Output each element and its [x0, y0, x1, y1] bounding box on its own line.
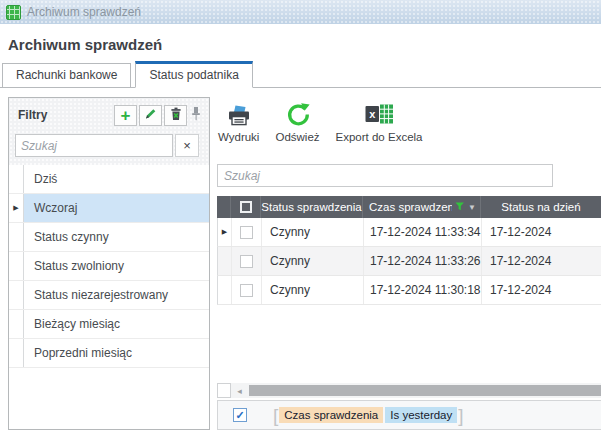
- filter-item-wczoraj[interactable]: ▶ Wczoraj: [9, 194, 209, 223]
- scroll-left-icon: ◂: [237, 386, 242, 396]
- filter-expression: [ Czas sprawdzenia Is yesterday ]: [273, 406, 464, 425]
- filter-enabled-checkbox[interactable]: ✓: [233, 408, 247, 422]
- filters-panel-header-area: Filtry + ×: [9, 98, 209, 165]
- scrollbar-corner: [217, 383, 231, 398]
- filter-chip-value[interactable]: Is yesterday: [385, 407, 457, 423]
- column-dropdown-icon[interactable]: ▼: [468, 203, 476, 212]
- row-checkbox[interactable]: [240, 284, 253, 297]
- row-checkbox[interactable]: [240, 255, 253, 268]
- filter-item-biezacy-miesiac[interactable]: Bieżący miesiąc: [9, 310, 209, 339]
- row-indicator-cell: [9, 252, 24, 280]
- grid-search-input[interactable]: [217, 164, 553, 187]
- row-indicator-cell: [9, 339, 24, 367]
- excel-icon: x: [365, 101, 394, 128]
- export-excel-button[interactable]: x Export do Excela: [336, 101, 423, 143]
- filter-funnel-icon[interactable]: [455, 201, 465, 213]
- table-row[interactable]: ▶ Czynny 17-12-2024 11:33:34 17-12-2024: [217, 218, 601, 247]
- page-title: Archiwum sprawdzeń: [8, 36, 162, 53]
- bracket-close: ]: [458, 406, 463, 425]
- filter-item-status-niezarejestrowany[interactable]: Status niezarejestrowany: [9, 281, 209, 310]
- pin-icon: [189, 106, 203, 125]
- trash-icon: [168, 106, 184, 125]
- bracket-open: [: [273, 406, 278, 425]
- table-row[interactable]: Czynny 17-12-2024 11:30:18 17-12-2024: [217, 276, 601, 305]
- titlebar: Archiwum sprawdzeń: [0, 0, 601, 24]
- row-indicator-cell: [9, 310, 24, 338]
- column-header-czas-sprawdzenia[interactable]: Czas sprawdzen... ▼: [363, 196, 481, 218]
- grid-header-row: Status sprawdzenia Czas sprawdzen... ▼ S…: [217, 196, 601, 218]
- scroll-left-button[interactable]: ◂: [231, 383, 248, 398]
- horizontal-scrollbar: ◂: [217, 383, 601, 398]
- grid-header-indicator-cell: [217, 196, 231, 218]
- tab-rachunki-bankowe[interactable]: Rachunki bankowe: [2, 63, 131, 88]
- pin-panel-button[interactable]: [187, 106, 205, 125]
- svg-text:x: x: [369, 108, 376, 120]
- printer-icon: [225, 101, 253, 128]
- cell-status: Czynny: [262, 218, 364, 246]
- filter-item-poprzedni-miesiac[interactable]: Poprzedni miesiąc: [9, 339, 209, 368]
- filter-chip-field[interactable]: Czas sprawdzenia: [279, 407, 383, 423]
- toolbar: Wydruki Odśwież x Export do Excela: [218, 101, 422, 143]
- pencil-icon: [143, 106, 158, 124]
- app-window: Archiwum sprawdzeń Archiwum sprawdzeń Ra…: [0, 0, 601, 434]
- refresh-button[interactable]: Odśwież: [275, 101, 319, 143]
- column-header-status-na-dzien[interactable]: Status na dzień: [481, 196, 601, 218]
- data-grid: Status sprawdzenia Czas sprawdzen... ▼ S…: [217, 196, 601, 305]
- tab-strip: Rachunki bankowe Status podatnika: [0, 61, 601, 88]
- window-title: Archiwum sprawdzeń: [27, 5, 141, 19]
- row-indicator-cell: [218, 247, 232, 275]
- cell-status: Czynny: [262, 276, 364, 304]
- app-icon: [6, 5, 21, 20]
- column-header-status-sprawdzenia[interactable]: Status sprawdzenia: [261, 196, 363, 218]
- refresh-button-label: Odśwież: [275, 131, 319, 143]
- close-icon: ×: [183, 138, 191, 153]
- filter-item-status-zwolniony[interactable]: Status zwolniony: [9, 252, 209, 281]
- grid-header-checkbox-cell: [231, 196, 261, 218]
- cell-czas: 17-12-2024 11:30:18: [364, 276, 482, 304]
- filters-search-input[interactable]: [15, 134, 173, 157]
- row-indicator-cell: ▶: [218, 218, 232, 246]
- tab-status-podatnika[interactable]: Status podatnika: [135, 61, 252, 88]
- cell-status: Czynny: [262, 247, 364, 275]
- row-checkbox[interactable]: [240, 226, 253, 239]
- row-arrow-icon: ▶: [222, 228, 227, 236]
- filters-search-clear-button[interactable]: ×: [175, 134, 199, 157]
- add-filter-button[interactable]: +: [114, 105, 137, 126]
- cell-na-dzien: 17-12-2024: [482, 276, 601, 304]
- export-excel-button-label: Export do Excela: [336, 131, 423, 143]
- edit-filter-button[interactable]: [139, 105, 162, 126]
- filters-panel-title: Filtry: [18, 108, 47, 122]
- print-button[interactable]: Wydruki: [218, 101, 259, 143]
- cell-czas: 17-12-2024 11:33:34: [364, 218, 482, 246]
- delete-filter-button[interactable]: [164, 105, 187, 126]
- cell-na-dzien: 17-12-2024: [482, 218, 601, 246]
- filter-item-status-czynny[interactable]: Status czynny: [9, 223, 209, 252]
- scrollbar-track[interactable]: [248, 383, 601, 398]
- row-arrow-icon: ▶: [13, 204, 18, 212]
- cell-czas: 17-12-2024 11:33:26: [364, 247, 482, 275]
- plus-icon: +: [121, 108, 131, 123]
- row-indicator-cell: [218, 276, 232, 304]
- row-indicator-cell: ▶: [9, 194, 24, 222]
- row-indicator-cell: [9, 281, 24, 309]
- filter-expression-bar: ✓ [ Czas sprawdzenia Is yesterday ]: [217, 400, 601, 430]
- check-icon: ✓: [235, 409, 244, 422]
- select-all-checkbox[interactable]: [240, 201, 252, 213]
- filter-item-dzis[interactable]: Dziś: [9, 165, 209, 194]
- row-indicator-cell: [9, 223, 24, 251]
- refresh-icon: [285, 101, 310, 128]
- scrollbar-thumb[interactable]: [249, 385, 601, 396]
- filters-list: Dziś ▶ Wczoraj Status czynny Status zwol…: [9, 165, 209, 368]
- cell-na-dzien: 17-12-2024: [482, 247, 601, 275]
- table-row[interactable]: Czynny 17-12-2024 11:33:26 17-12-2024: [217, 247, 601, 276]
- grid-search: [217, 164, 553, 187]
- row-indicator-cell: [9, 165, 24, 193]
- print-button-label: Wydruki: [218, 131, 259, 143]
- filters-panel: Filtry + × Dziś: [8, 97, 210, 430]
